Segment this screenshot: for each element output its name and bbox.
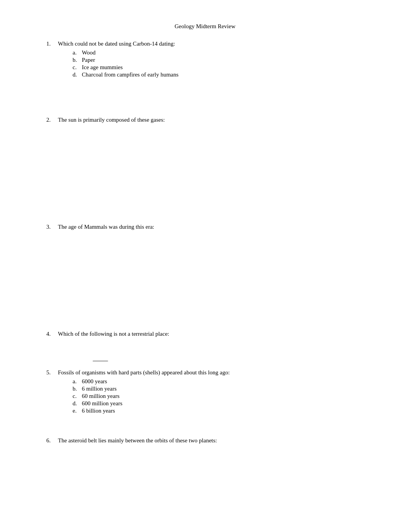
answer-text: Charcoal from campfires of early humans bbox=[82, 71, 178, 78]
question-1-row: 1. Which could not be dated using Carbon… bbox=[46, 41, 364, 47]
list-item: a. Wood bbox=[73, 49, 364, 56]
question-4-row: 4. Which of the following is not a terre… bbox=[46, 331, 364, 337]
answer-text: 60 million years bbox=[82, 393, 120, 399]
question-5-block: 5. Fossils of organisms with hard parts … bbox=[46, 369, 364, 414]
question-5-number: 5. bbox=[46, 369, 58, 376]
question-6-row: 6. The asteroid belt lies mainly between… bbox=[46, 437, 364, 444]
spacer-5 bbox=[46, 422, 364, 437]
question-3-block: 3. The age of Mammals was during this er… bbox=[46, 224, 364, 230]
question-3-row: 3. The age of Mammals was during this er… bbox=[46, 224, 364, 230]
answer-letter: b. bbox=[73, 57, 82, 63]
list-item: d. Charcoal from campfires of early huma… bbox=[73, 71, 364, 78]
page: Geology Midterm Review 1. Which could no… bbox=[0, 0, 410, 532]
question-3-text: The age of Mammals was during this era: bbox=[58, 224, 364, 230]
answer-letter: d. bbox=[73, 400, 82, 407]
question-1-text: Which could not be dated using Carbon-14… bbox=[58, 41, 364, 47]
list-item: a. 6000 years bbox=[73, 378, 364, 385]
spacer-3 bbox=[46, 238, 364, 284]
question-5-row: 5. Fossils of organisms with hard parts … bbox=[46, 369, 364, 376]
question-6-block: 6. The asteroid belt lies mainly between… bbox=[46, 437, 364, 444]
question-6-text: The asteroid belt lies mainly between th… bbox=[58, 437, 364, 444]
spacer-2b bbox=[46, 177, 364, 224]
question-1-number: 1. bbox=[46, 41, 58, 47]
answer-text: Paper bbox=[82, 57, 95, 63]
answer-letter: c. bbox=[73, 393, 82, 399]
answer-text: Wood bbox=[82, 49, 95, 56]
list-item: e. 6 billion years bbox=[73, 408, 364, 414]
answer-letter: b. bbox=[73, 386, 82, 392]
answer-text: 600 million years bbox=[82, 400, 122, 407]
question-3-number: 3. bbox=[46, 224, 58, 230]
list-item: c. 60 million years bbox=[73, 393, 364, 399]
spacer-1 bbox=[46, 86, 364, 117]
question-6-number: 6. bbox=[46, 437, 58, 444]
spacer-3b bbox=[46, 284, 364, 331]
question-5-text: Fossils of organisms with hard parts (sh… bbox=[58, 369, 364, 376]
answer-text: 6 billion years bbox=[82, 408, 115, 414]
deco-line-4 bbox=[93, 360, 108, 362]
page-title: Geology Midterm Review bbox=[46, 23, 364, 30]
question-4-text: Which of the following is not a terrestr… bbox=[58, 331, 364, 337]
answer-text: 6 million years bbox=[82, 386, 117, 392]
question-1-block: 1. Which could not be dated using Carbon… bbox=[46, 41, 364, 78]
question-4-block: 4. Which of the following is not a terre… bbox=[46, 331, 364, 337]
spacer-2 bbox=[46, 131, 364, 177]
answer-text: 6000 years bbox=[82, 378, 107, 385]
answer-letter: a. bbox=[73, 49, 82, 56]
answer-letter: e. bbox=[73, 408, 82, 414]
answer-text: Ice age mummies bbox=[82, 64, 123, 71]
list-item: c. Ice age mummies bbox=[73, 64, 364, 71]
answer-letter: a. bbox=[73, 378, 82, 385]
list-item: b. 6 million years bbox=[73, 386, 364, 392]
question-1-answers: a. Wood b. Paper c. Ice age mummies d. C… bbox=[73, 49, 364, 78]
question-2-text: The sun is primarily composed of these g… bbox=[58, 117, 364, 123]
answer-letter: d. bbox=[73, 71, 82, 78]
question-2-row: 2. The sun is primarily composed of thes… bbox=[46, 117, 364, 123]
list-item: b. Paper bbox=[73, 57, 364, 63]
spacer-6 bbox=[46, 452, 364, 498]
spacer-6b bbox=[46, 498, 364, 532]
answer-letter: c. bbox=[73, 64, 82, 71]
question-4-number: 4. bbox=[46, 331, 58, 337]
list-item: d. 600 million years bbox=[73, 400, 364, 407]
question-2-number: 2. bbox=[46, 117, 58, 123]
question-5-answers: a. 6000 years b. 6 million years c. 60 m… bbox=[73, 378, 364, 414]
question-2-block: 2. The sun is primarily composed of thes… bbox=[46, 117, 364, 123]
